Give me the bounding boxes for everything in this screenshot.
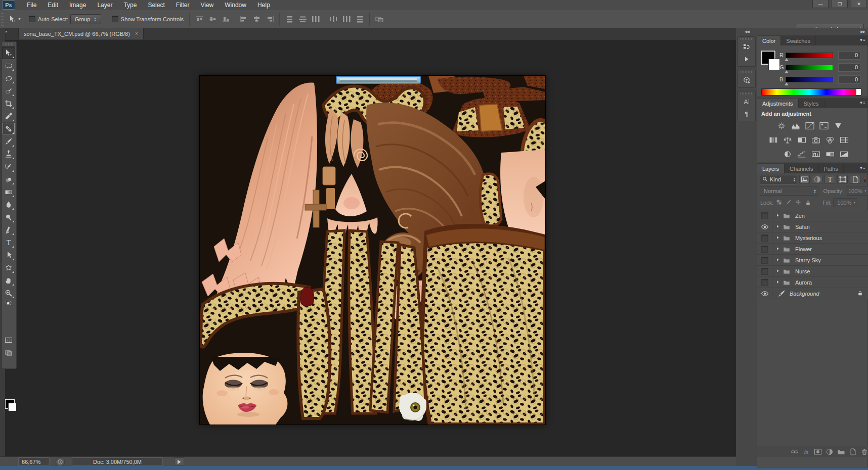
swap-colors-control[interactable] (2, 299, 15, 308)
tool-dodge[interactable] (2, 211, 15, 223)
auto-select-target-dropdown[interactable]: Group ▲▼ (70, 14, 101, 24)
layer-row-background[interactable]: Background (757, 288, 868, 299)
foreground-background-swatches[interactable] (4, 398, 18, 421)
lock-transparency-icon[interactable] (776, 199, 783, 206)
visibility-toggle[interactable] (757, 221, 772, 232)
tool-brush[interactable] (2, 135, 15, 148)
adjustment-invert-icon[interactable] (783, 150, 793, 158)
tool-custom-shape[interactable] (2, 261, 15, 274)
layer-row-aurora[interactable]: Aurora (757, 277, 868, 288)
adjustment-black-white-icon[interactable] (797, 136, 807, 144)
layer-styles-icon[interactable]: fx (802, 448, 810, 456)
color-slider-g[interactable]: G 0 (779, 64, 860, 71)
adjustment-brightness-contrast-icon[interactable] (776, 122, 787, 130)
new-layer-icon[interactable] (849, 448, 857, 456)
tool-zoom[interactable] (2, 287, 15, 299)
tool-gradient[interactable] (2, 185, 15, 198)
document-canvas[interactable] (200, 76, 545, 425)
menu-select[interactable]: Select (142, 0, 170, 10)
zoom-level-field[interactable]: 66,67% (18, 457, 50, 466)
lock-all-icon[interactable] (805, 199, 811, 206)
background-color-swatch[interactable] (8, 403, 17, 411)
slider-track[interactable] (786, 53, 833, 58)
tab-layers[interactable]: Layers (757, 164, 785, 173)
tab-color[interactable]: Color (757, 36, 781, 45)
distribute-db-icon[interactable] (342, 15, 352, 23)
align-ab-icon[interactable] (221, 15, 231, 23)
adjustment-threshold-icon[interactable] (811, 150, 821, 158)
slider-marker-icon[interactable] (785, 80, 789, 85)
tool-clone-stamp[interactable] (2, 148, 15, 160)
layer-filter-dropdown[interactable]: Kind ▲▼ (760, 175, 797, 184)
actions-panel-button[interactable] (738, 53, 755, 65)
collapse-dock-icon[interactable]: ◀◀ (745, 30, 749, 34)
white-chip[interactable] (856, 89, 861, 95)
filter-type-layers-button[interactable]: T (824, 175, 835, 184)
group-expander-icon[interactable] (776, 280, 781, 285)
group-expander-icon[interactable] (776, 247, 781, 252)
visibility-toggle[interactable] (757, 244, 772, 254)
tab-adjustments[interactable]: Adjustments (757, 99, 799, 108)
layer-row-starry-sky[interactable]: Starry Sky (757, 255, 868, 266)
menu-help[interactable]: Help (252, 0, 276, 10)
group-expander-icon[interactable] (776, 269, 781, 274)
visibility-empty-box[interactable] (761, 234, 768, 242)
tab-channels[interactable]: Channels (785, 164, 818, 173)
tool-move[interactable] (2, 46, 15, 59)
opacity-field[interactable]: 100%▼ (846, 186, 868, 196)
adjustment-channel-mixer-icon[interactable] (825, 136, 835, 144)
adjustment-curves-icon[interactable] (805, 122, 815, 130)
maximize-button[interactable]: ❐ (832, 0, 848, 8)
adjustment-exposure-icon[interactable] (819, 122, 829, 130)
new-adjustment-layer-icon[interactable] (826, 448, 834, 456)
distribute-db-icon[interactable] (311, 15, 321, 23)
tool-type[interactable]: T (2, 236, 15, 249)
blend-mode-dropdown[interactable]: Normal ▲▼ (760, 186, 818, 196)
new-group-icon[interactable] (837, 448, 845, 456)
distribute-dh-icon[interactable] (329, 15, 338, 23)
adjustment-photo-filter-icon[interactable] (811, 136, 821, 144)
color-slider-r[interactable]: R 0 (779, 52, 860, 59)
group-expander-icon[interactable] (776, 236, 781, 241)
add-layer-mask-icon[interactable] (814, 448, 822, 456)
adjustment-posterize-icon[interactable] (797, 150, 807, 158)
adjustment-hue-saturation-icon[interactable] (768, 136, 778, 144)
slider-marker-icon[interactable] (785, 56, 789, 61)
tool-eraser[interactable] (2, 173, 15, 185)
align-ar-icon[interactable] (265, 15, 275, 23)
layer-row-zen[interactable]: Zen (757, 210, 868, 221)
panel-menu-icon[interactable]: ▼≡ (859, 101, 865, 105)
visibility-empty-box[interactable] (761, 246, 768, 253)
menu-layer[interactable]: Layer (92, 0, 118, 10)
adjustment-gradient-map-icon[interactable] (825, 150, 835, 158)
move-tool-preset-icon[interactable] (9, 15, 17, 23)
tab-styles[interactable]: Styles (799, 99, 824, 108)
tool-crop[interactable] (2, 97, 15, 110)
align-at-icon[interactable] (195, 15, 204, 23)
filter-adjustment-layers-button[interactable] (812, 175, 822, 184)
paragraph-panel-button[interactable]: ¶ (738, 108, 755, 120)
tool-blur[interactable] (2, 198, 15, 211)
screen-mode-button[interactable] (2, 346, 15, 359)
panel-menu-icon[interactable]: ▼≡ (859, 38, 865, 42)
link-layers-icon[interactable] (791, 448, 799, 456)
align-al-icon[interactable] (239, 15, 248, 23)
tool-healing-brush[interactable] (2, 122, 15, 135)
slider-marker-icon[interactable] (785, 68, 789, 73)
tab-paths[interactable]: Paths (819, 164, 844, 173)
tool-eyedropper[interactable] (2, 110, 15, 122)
close-button[interactable]: ✕ (851, 0, 867, 8)
layer-row-flower[interactable]: Flower (757, 244, 868, 255)
character-panel-button[interactable]: A (738, 96, 755, 108)
document-tab[interactable]: sona_base_TX_CM.psd @ 66,7% (RGB/8) × (18, 28, 144, 39)
group-expander-icon[interactable] (776, 224, 781, 229)
minimize-button[interactable]: — (812, 0, 829, 8)
tool-quick-select[interactable] (2, 84, 15, 97)
filter-toggle-switch[interactable] (863, 175, 868, 184)
lock-position-icon[interactable] (795, 199, 802, 206)
channel-value-field[interactable]: 0 (838, 63, 860, 72)
channel-value-field[interactable]: 0 (838, 75, 860, 84)
lock-pixels-icon[interactable] (786, 199, 793, 206)
tool-pen[interactable] (2, 223, 15, 236)
expand-dock-icon[interactable]: ▶▶ (860, 30, 865, 34)
